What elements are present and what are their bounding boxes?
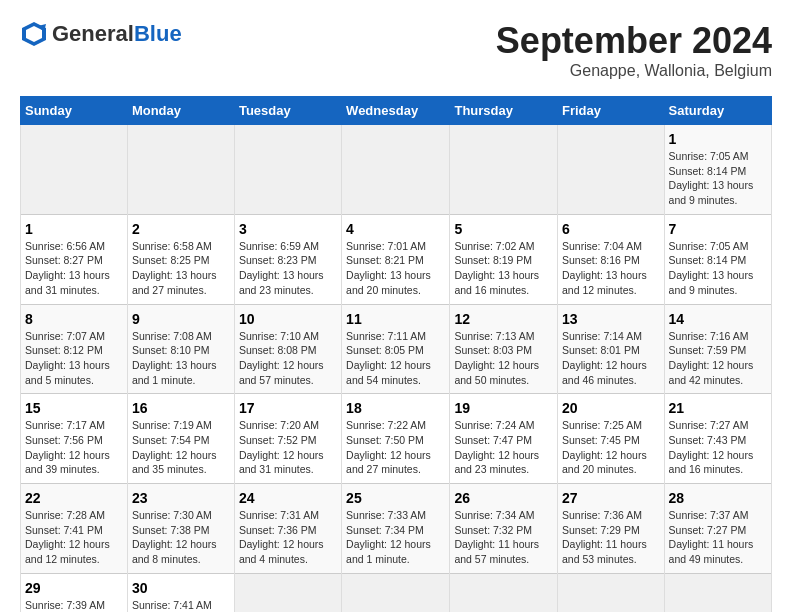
day-info: Sunrise: 7:01 AM Sunset: 8:21 PM Dayligh… (346, 239, 445, 298)
calendar-cell: 8Sunrise: 7:07 AM Sunset: 8:12 PM Daylig… (21, 304, 128, 394)
day-number: 20 (562, 400, 660, 416)
day-info: Sunrise: 7:17 AM Sunset: 7:56 PM Dayligh… (25, 418, 123, 477)
calendar-cell: 1Sunrise: 6:56 AM Sunset: 8:27 PM Daylig… (21, 214, 128, 304)
calendar-cell (450, 573, 558, 612)
col-header-thursday: Thursday (450, 97, 558, 125)
calendar-week-row: 22Sunrise: 7:28 AM Sunset: 7:41 PM Dayli… (21, 484, 772, 574)
day-info: Sunrise: 7:08 AM Sunset: 8:10 PM Dayligh… (132, 329, 230, 388)
month-title: September 2024 (496, 20, 772, 62)
day-info: Sunrise: 7:10 AM Sunset: 8:08 PM Dayligh… (239, 329, 337, 388)
day-info: Sunrise: 7:39 AM Sunset: 7:25 PM Dayligh… (25, 598, 123, 612)
calendar-cell: 1Sunrise: 7:05 AM Sunset: 8:14 PM Daylig… (664, 125, 771, 215)
calendar-cell (342, 125, 450, 215)
calendar-cell (450, 125, 558, 215)
day-number: 26 (454, 490, 553, 506)
day-number: 2 (132, 221, 230, 237)
day-info: Sunrise: 7:20 AM Sunset: 7:52 PM Dayligh… (239, 418, 337, 477)
day-number: 12 (454, 311, 553, 327)
logo-blue: Blue (134, 21, 182, 46)
day-number: 15 (25, 400, 123, 416)
day-number: 4 (346, 221, 445, 237)
calendar-cell: 4Sunrise: 7:01 AM Sunset: 8:21 PM Daylig… (342, 214, 450, 304)
day-info: Sunrise: 7:16 AM Sunset: 7:59 PM Dayligh… (669, 329, 767, 388)
calendar-cell (558, 125, 665, 215)
day-number: 1 (25, 221, 123, 237)
day-number: 27 (562, 490, 660, 506)
day-info: Sunrise: 7:31 AM Sunset: 7:36 PM Dayligh… (239, 508, 337, 567)
day-number: 24 (239, 490, 337, 506)
calendar-week-row: 8Sunrise: 7:07 AM Sunset: 8:12 PM Daylig… (21, 304, 772, 394)
day-info: Sunrise: 6:59 AM Sunset: 8:23 PM Dayligh… (239, 239, 337, 298)
calendar-cell: 26Sunrise: 7:34 AM Sunset: 7:32 PM Dayli… (450, 484, 558, 574)
day-info: Sunrise: 7:11 AM Sunset: 8:05 PM Dayligh… (346, 329, 445, 388)
day-number: 8 (25, 311, 123, 327)
location-subtitle: Genappe, Wallonia, Belgium (496, 62, 772, 80)
day-number: 1 (669, 131, 767, 147)
day-number: 9 (132, 311, 230, 327)
day-info: Sunrise: 7:33 AM Sunset: 7:34 PM Dayligh… (346, 508, 445, 567)
day-number: 23 (132, 490, 230, 506)
day-info: Sunrise: 6:56 AM Sunset: 8:27 PM Dayligh… (25, 239, 123, 298)
day-number: 30 (132, 580, 230, 596)
calendar-cell: 12Sunrise: 7:13 AM Sunset: 8:03 PM Dayli… (450, 304, 558, 394)
col-header-sunday: Sunday (21, 97, 128, 125)
calendar-cell: 13Sunrise: 7:14 AM Sunset: 8:01 PM Dayli… (558, 304, 665, 394)
logo: GeneralBlue (20, 20, 182, 48)
calendar-cell (234, 125, 341, 215)
day-number: 25 (346, 490, 445, 506)
day-info: Sunrise: 7:37 AM Sunset: 7:27 PM Dayligh… (669, 508, 767, 567)
day-info: Sunrise: 7:28 AM Sunset: 7:41 PM Dayligh… (25, 508, 123, 567)
calendar-cell: 11Sunrise: 7:11 AM Sunset: 8:05 PM Dayli… (342, 304, 450, 394)
calendar-cell (234, 573, 341, 612)
calendar-cell: 14Sunrise: 7:16 AM Sunset: 7:59 PM Dayli… (664, 304, 771, 394)
day-number: 7 (669, 221, 767, 237)
day-number: 11 (346, 311, 445, 327)
calendar-cell: 17Sunrise: 7:20 AM Sunset: 7:52 PM Dayli… (234, 394, 341, 484)
calendar-cell: 28Sunrise: 7:37 AM Sunset: 7:27 PM Dayli… (664, 484, 771, 574)
day-info: Sunrise: 7:14 AM Sunset: 8:01 PM Dayligh… (562, 329, 660, 388)
day-number: 10 (239, 311, 337, 327)
day-number: 28 (669, 490, 767, 506)
day-number: 5 (454, 221, 553, 237)
calendar-cell: 24Sunrise: 7:31 AM Sunset: 7:36 PM Dayli… (234, 484, 341, 574)
day-info: Sunrise: 7:22 AM Sunset: 7:50 PM Dayligh… (346, 418, 445, 477)
calendar-cell: 16Sunrise: 7:19 AM Sunset: 7:54 PM Dayli… (127, 394, 234, 484)
calendar-cell: 29Sunrise: 7:39 AM Sunset: 7:25 PM Dayli… (21, 573, 128, 612)
calendar-cell (21, 125, 128, 215)
day-info: Sunrise: 7:05 AM Sunset: 8:14 PM Dayligh… (669, 149, 767, 208)
day-info: Sunrise: 7:24 AM Sunset: 7:47 PM Dayligh… (454, 418, 553, 477)
calendar-cell: 25Sunrise: 7:33 AM Sunset: 7:34 PM Dayli… (342, 484, 450, 574)
calendar-table: SundayMondayTuesdayWednesdayThursdayFrid… (20, 96, 772, 612)
calendar-week-row: 15Sunrise: 7:17 AM Sunset: 7:56 PM Dayli… (21, 394, 772, 484)
calendar-cell: 3Sunrise: 6:59 AM Sunset: 8:23 PM Daylig… (234, 214, 341, 304)
calendar-header-row: SundayMondayTuesdayWednesdayThursdayFrid… (21, 97, 772, 125)
calendar-cell (127, 125, 234, 215)
calendar-cell: 10Sunrise: 7:10 AM Sunset: 8:08 PM Dayli… (234, 304, 341, 394)
day-number: 14 (669, 311, 767, 327)
day-info: Sunrise: 7:36 AM Sunset: 7:29 PM Dayligh… (562, 508, 660, 567)
calendar-cell (664, 573, 771, 612)
day-info: Sunrise: 7:04 AM Sunset: 8:16 PM Dayligh… (562, 239, 660, 298)
title-area: September 2024 Genappe, Wallonia, Belgiu… (496, 20, 772, 80)
day-number: 13 (562, 311, 660, 327)
day-info: Sunrise: 7:25 AM Sunset: 7:45 PM Dayligh… (562, 418, 660, 477)
calendar-week-row: 1Sunrise: 6:56 AM Sunset: 8:27 PM Daylig… (21, 214, 772, 304)
day-number: 22 (25, 490, 123, 506)
day-number: 21 (669, 400, 767, 416)
col-header-saturday: Saturday (664, 97, 771, 125)
calendar-cell: 6Sunrise: 7:04 AM Sunset: 8:16 PM Daylig… (558, 214, 665, 304)
col-header-friday: Friday (558, 97, 665, 125)
page-header: GeneralBlue September 2024 Genappe, Wall… (20, 20, 772, 80)
logo-icon (20, 20, 48, 48)
calendar-cell: 21Sunrise: 7:27 AM Sunset: 7:43 PM Dayli… (664, 394, 771, 484)
day-number: 29 (25, 580, 123, 596)
calendar-cell (342, 573, 450, 612)
logo-general: General (52, 21, 134, 46)
day-info: Sunrise: 7:07 AM Sunset: 8:12 PM Dayligh… (25, 329, 123, 388)
day-info: Sunrise: 7:02 AM Sunset: 8:19 PM Dayligh… (454, 239, 553, 298)
day-info: Sunrise: 7:05 AM Sunset: 8:14 PM Dayligh… (669, 239, 767, 298)
calendar-cell: 18Sunrise: 7:22 AM Sunset: 7:50 PM Dayli… (342, 394, 450, 484)
col-header-wednesday: Wednesday (342, 97, 450, 125)
calendar-cell: 20Sunrise: 7:25 AM Sunset: 7:45 PM Dayli… (558, 394, 665, 484)
day-info: Sunrise: 7:34 AM Sunset: 7:32 PM Dayligh… (454, 508, 553, 567)
